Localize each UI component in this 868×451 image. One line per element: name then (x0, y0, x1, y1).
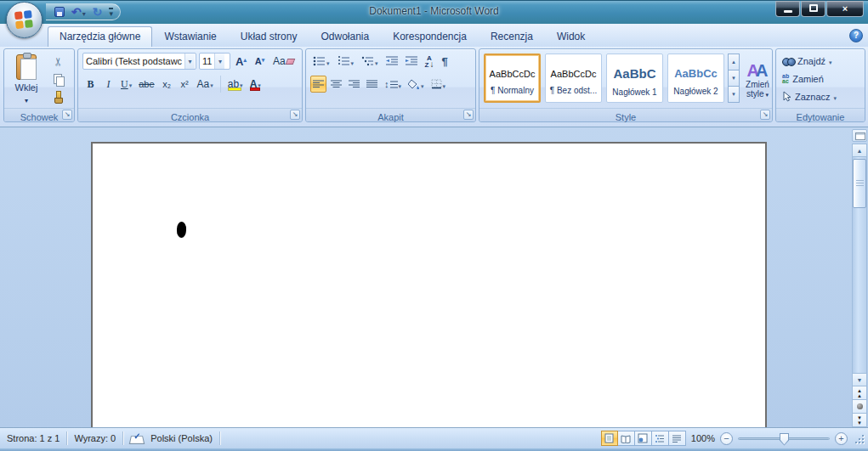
paragraph-dialog-launcher[interactable] (463, 110, 474, 120)
decrease-indent-button[interactable] (383, 53, 400, 70)
quick-access-toolbar: ↶ ↻ ▾ (46, 3, 121, 20)
style-gallery-more-button[interactable]: ▼ (728, 87, 740, 103)
change-styles-button[interactable]: AA Zmień style (743, 52, 772, 108)
print-layout-view-button[interactable] (601, 431, 618, 446)
italic-button[interactable]: I (100, 76, 116, 93)
style-scroll-down-button[interactable]: ▼ (728, 70, 740, 87)
resize-grip[interactable] (853, 432, 865, 444)
zoom-slider-thumb[interactable] (780, 433, 789, 446)
style-heading1[interactable]: AaBbC Nagłówek 1 (606, 54, 663, 103)
font-color-button[interactable]: A (247, 76, 264, 93)
styles-dialog-launcher[interactable] (760, 110, 770, 120)
cut-button[interactable]: ✂ (48, 54, 67, 69)
shrink-font-button[interactable]: A (252, 53, 268, 70)
shading-button[interactable] (406, 76, 427, 93)
align-center-button[interactable] (328, 76, 344, 93)
draft-icon (672, 434, 682, 443)
zoom-level[interactable]: 100% (691, 433, 715, 443)
align-left-button[interactable] (310, 76, 326, 93)
zoom-in-button[interactable]: + (835, 432, 848, 445)
justify-button[interactable] (364, 76, 380, 93)
copy-button[interactable] (48, 71, 67, 87)
tab-review[interactable]: Recenzja (479, 26, 545, 47)
ruler-toggle-button[interactable] (852, 129, 867, 142)
browse-object-button[interactable] (852, 400, 867, 414)
fullscreen-reading-view-button[interactable] (618, 431, 635, 446)
scroll-up-button[interactable]: ▲ (852, 144, 867, 157)
underline-button[interactable]: U (118, 76, 134, 93)
tab-references[interactable]: Odwołania (309, 26, 381, 47)
font-family-combobox[interactable]: Calibri (Tekst podstawc (82, 53, 196, 70)
sort-button[interactable]: AZ (423, 53, 437, 70)
previous-page-button[interactable]: ▲▲ (852, 386, 867, 400)
office-button[interactable] (6, 2, 43, 38)
multilevel-list-button[interactable] (359, 53, 381, 70)
word-count-status[interactable]: Wyrazy: 0 (74, 433, 116, 443)
lines-icon (390, 80, 398, 89)
close-button[interactable]: × (826, 1, 864, 17)
draft-view-button[interactable] (669, 431, 686, 446)
scrollbar-thumb[interactable] (853, 159, 866, 208)
scroll-down-button[interactable]: ▼ (852, 373, 867, 386)
tab-page-layout[interactable]: Układ strony (229, 26, 309, 47)
increase-indent-button[interactable] (403, 53, 420, 70)
web-layout-view-button[interactable] (635, 431, 652, 446)
grow-font-button[interactable]: A (233, 53, 249, 70)
chevron-down-icon (184, 54, 195, 69)
tab-home[interactable]: Narzędzia główne (48, 26, 152, 47)
style-scroll-up-button[interactable]: ▲ (728, 54, 740, 70)
style-heading2[interactable]: AaBbCc Nagłówek 2 (667, 54, 724, 103)
change-case-button[interactable]: Aa (195, 76, 216, 93)
numbering-button[interactable] (335, 53, 357, 70)
paint-bucket-icon (408, 79, 420, 89)
outline-view-button[interactable] (652, 431, 669, 446)
font-dialog-launcher[interactable] (290, 110, 300, 120)
borders-button[interactable] (428, 76, 449, 93)
office-logo-icon (14, 10, 35, 31)
tab-mailings[interactable]: Korespondencja (381, 26, 479, 47)
superscript-button[interactable]: x² (177, 76, 193, 93)
paintbrush-icon (53, 91, 63, 103)
line-spacing-button[interactable]: ↕ (382, 76, 404, 93)
undo-button[interactable]: ↶ (70, 4, 88, 20)
select-button[interactable]: Zaznacz (781, 89, 861, 104)
next-page-button[interactable]: ▼▼ (852, 414, 867, 427)
redo-button[interactable]: ↻ (91, 4, 105, 20)
style-normal[interactable]: AaBbCcDc ¶ Normalny (484, 54, 541, 103)
spellcheck-icon[interactable] (130, 433, 144, 444)
align-right-button[interactable] (346, 76, 362, 93)
maximize-button[interactable] (801, 1, 825, 17)
find-button[interactable]: Znajdź (781, 54, 861, 68)
paste-button[interactable]: Wklej (9, 52, 44, 106)
show-formatting-marks-button[interactable]: ¶ (439, 53, 450, 70)
text-highlight-button[interactable]: ab (225, 76, 246, 93)
close-icon: × (842, 3, 848, 14)
page-count-status[interactable]: Strona: 1 z 1 (7, 433, 60, 443)
document-page[interactable] (91, 142, 767, 427)
group-label-font: Czcionka (171, 112, 209, 122)
bullets-button[interactable] (310, 53, 332, 70)
tab-view[interactable]: Widok (545, 26, 597, 47)
clear-formatting-button[interactable]: Aa (270, 53, 297, 70)
font-size-combobox[interactable]: 11 (199, 53, 230, 70)
chevron-down-icon (128, 78, 133, 90)
replace-button[interactable]: abac Zamień (781, 71, 861, 86)
save-button[interactable] (53, 4, 66, 20)
chevron-down-icon (214, 54, 224, 69)
zoom-slider[interactable] (738, 437, 830, 440)
language-status[interactable]: Polski (Polska) (150, 433, 213, 443)
chevron-down-icon (399, 78, 402, 91)
strikethrough-button[interactable]: abe (136, 76, 156, 93)
subscript-button[interactable]: x₂ (159, 76, 175, 93)
qat-customize-button[interactable]: ▾ (107, 4, 115, 20)
web-layout-icon (638, 433, 648, 443)
help-button[interactable] (849, 29, 863, 42)
chevron-down-icon (25, 93, 28, 105)
clipboard-dialog-launcher[interactable] (62, 110, 72, 120)
zoom-out-button[interactable]: − (720, 432, 733, 445)
format-painter-button[interactable] (48, 89, 67, 104)
bold-button[interactable]: B (82, 76, 99, 93)
minimize-button[interactable] (775, 1, 800, 17)
tab-insert[interactable]: Wstawianie (152, 26, 228, 47)
style-no-spacing[interactable]: AaBbCcDc ¶ Bez odst... (545, 54, 602, 103)
